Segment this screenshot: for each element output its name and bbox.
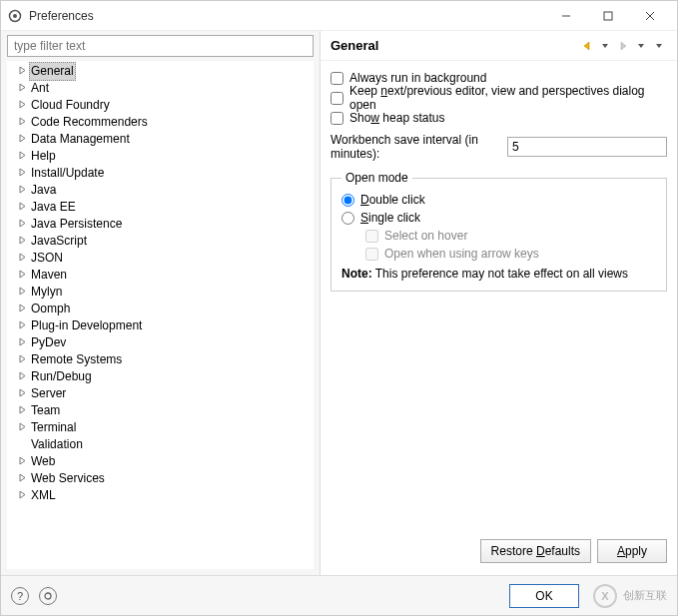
checkbox-label: Open when using arrow keys	[384, 247, 539, 261]
forward-icon[interactable]	[615, 38, 631, 54]
expand-arrow-icon[interactable]	[15, 182, 29, 199]
expand-arrow-icon[interactable]	[15, 317, 29, 334]
tree-item[interactable]: Plug-in Development	[7, 317, 314, 334]
apply-button[interactable]: Apply	[597, 539, 667, 563]
expand-arrow-icon[interactable]	[15, 470, 29, 487]
tree-item-label: Java Persistence	[29, 216, 124, 233]
note-row: Note: This preference may not take effec…	[341, 267, 656, 281]
tree-item[interactable]: Code Recommenders	[7, 114, 314, 131]
radio-input[interactable]	[341, 194, 354, 207]
tree-item[interactable]: PyDev	[7, 334, 314, 351]
maximize-button[interactable]	[587, 2, 629, 30]
preferences-window: Preferences GeneralAntCloud FoundryCode …	[0, 0, 678, 616]
tree-item[interactable]: Server	[7, 385, 314, 402]
expand-arrow-icon[interactable]	[15, 385, 29, 402]
preference-tree[interactable]: GeneralAntCloud FoundryCode Recommenders…	[7, 61, 314, 569]
expand-arrow-icon[interactable]	[15, 114, 29, 131]
tree-item[interactable]: Maven	[7, 267, 314, 284]
window-title: Preferences	[29, 9, 545, 23]
svg-point-1	[13, 14, 17, 18]
tree-item[interactable]: Oomph	[7, 301, 314, 317]
filter-input[interactable]	[7, 35, 314, 57]
checkbox-input[interactable]	[331, 72, 343, 85]
restore-defaults-button[interactable]: Restore Defaults	[480, 539, 591, 563]
expand-arrow-icon[interactable]	[15, 216, 29, 233]
select-on-hover-checkbox: Select on hover	[365, 227, 656, 245]
tree-item[interactable]: Ant	[7, 80, 314, 97]
menu-chevron-icon[interactable]	[651, 38, 667, 54]
minimize-button[interactable]	[545, 2, 587, 30]
tree-item[interactable]: XML	[7, 487, 314, 504]
expand-arrow-icon[interactable]	[15, 148, 29, 165]
tree-item[interactable]: Help	[7, 148, 314, 165]
expand-arrow-icon[interactable]	[15, 487, 29, 504]
single-click-radio[interactable]: Single click	[341, 209, 656, 227]
help-icon[interactable]: ?	[11, 587, 29, 605]
expand-arrow-icon[interactable]	[15, 199, 29, 216]
expand-arrow-icon[interactable]	[15, 334, 29, 351]
tree-item[interactable]: Run/Debug	[7, 368, 314, 385]
tree-item[interactable]: Java Persistence	[7, 216, 314, 233]
expand-arrow-icon[interactable]	[15, 453, 29, 470]
checkbox-input	[365, 248, 378, 261]
tree-item-label: Web Services	[29, 470, 107, 487]
tree-item[interactable]: JSON	[7, 250, 314, 267]
chevron-down-icon[interactable]	[597, 38, 613, 54]
checkbox-input[interactable]	[331, 112, 343, 125]
expand-arrow-icon[interactable]	[15, 402, 29, 419]
tree-item[interactable]: Install/Update	[7, 165, 314, 182]
watermark: X 创新互联	[593, 584, 667, 608]
tree-item-label: Ant	[29, 80, 51, 97]
tree-item[interactable]: Mylyn	[7, 284, 314, 301]
expand-arrow-icon[interactable]	[15, 419, 29, 436]
tree-item[interactable]: Cloud Foundry	[7, 97, 314, 114]
expand-arrow-icon[interactable]	[15, 267, 29, 284]
tree-item[interactable]: Java EE	[7, 199, 314, 216]
expand-arrow-icon[interactable]	[15, 97, 29, 114]
expand-arrow-icon[interactable]	[15, 284, 29, 301]
keep-next-prev-checkbox[interactable]: Keep next/previous editor, view and pers…	[331, 89, 667, 107]
page-header: General	[321, 31, 677, 61]
expand-arrow-icon[interactable]	[15, 165, 29, 182]
tree-item[interactable]: Remote Systems	[7, 351, 314, 368]
bottom-bar: ? OK X 创新互联	[1, 575, 677, 615]
tree-item-label: Validation	[29, 436, 85, 453]
titlebar: Preferences	[1, 1, 677, 31]
close-button[interactable]	[629, 2, 671, 30]
expand-arrow-icon[interactable]	[15, 301, 29, 317]
show-heap-checkbox[interactable]: Show heap status	[331, 109, 667, 127]
back-icon[interactable]	[579, 38, 595, 54]
chevron-down-icon[interactable]	[633, 38, 649, 54]
expand-arrow-icon[interactable]	[15, 80, 29, 97]
open-mode-legend: Open mode	[341, 171, 412, 185]
left-panel: GeneralAntCloud FoundryCode Recommenders…	[1, 31, 321, 575]
tree-item[interactable]: JavaScript	[7, 233, 314, 250]
tree-item-label: Help	[29, 148, 58, 165]
expand-arrow-icon[interactable]	[15, 250, 29, 267]
checkbox-input	[365, 230, 378, 243]
radio-input[interactable]	[341, 212, 354, 225]
tree-item[interactable]: General	[7, 63, 314, 80]
save-interval-input[interactable]	[507, 137, 667, 157]
import-export-icon[interactable]	[39, 587, 57, 605]
tree-item[interactable]: Web Services	[7, 470, 314, 487]
checkbox-label: Show heap status	[349, 111, 444, 125]
tree-item[interactable]: Java	[7, 182, 314, 199]
watermark-text: 创新互联	[623, 588, 667, 603]
checkbox-input[interactable]	[331, 92, 343, 105]
tree-item[interactable]: Terminal	[7, 419, 314, 436]
ok-button[interactable]: OK	[509, 584, 579, 608]
svg-rect-3	[604, 12, 612, 20]
expand-arrow-icon[interactable]	[15, 233, 29, 250]
expand-arrow-icon[interactable]	[15, 131, 29, 148]
tree-item[interactable]: Team	[7, 402, 314, 419]
tree-item[interactable]: Data Management	[7, 131, 314, 148]
expand-arrow-icon[interactable]	[15, 368, 29, 385]
tree-item-label: Data Management	[29, 131, 132, 148]
expand-arrow-icon[interactable]	[15, 351, 29, 368]
tree-item[interactable]: Validation	[7, 436, 314, 453]
expand-arrow-icon[interactable]	[15, 63, 29, 80]
tree-item-label: Web	[29, 453, 57, 470]
double-click-radio[interactable]: Double click	[341, 191, 656, 209]
tree-item[interactable]: Web	[7, 453, 314, 470]
